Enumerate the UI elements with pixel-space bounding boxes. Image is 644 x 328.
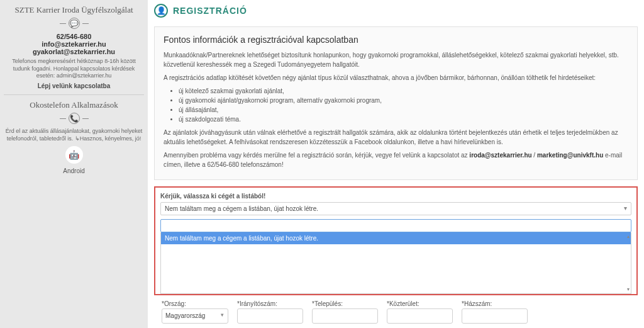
street-label: Közterület:: [387, 300, 453, 307]
dropdown-list[interactable]: Nem találtam meg a cégem a listában, úja…: [160, 232, 631, 294]
street-input[interactable]: [387, 308, 453, 324]
contact-link[interactable]: Lépj velünk kapcsolatba: [4, 82, 144, 89]
company-select-box: Kérjük, válassza ki cégét a listából! Ne…: [154, 186, 638, 295]
zip-label: Irányítószám:: [237, 300, 303, 307]
list-item: új gyakornoki ajánlat/gyakornoki program…: [179, 96, 628, 105]
list-item: új kötelező szakmai gyakorlati ajánlat,: [179, 86, 628, 96]
sidebar-desc-2: Érd el az aktuális állásajánlatokat, gya…: [4, 128, 144, 142]
country-label: Ország:: [162, 300, 228, 307]
decor-ring-2: 📞: [4, 113, 144, 124]
city-label: Település:: [312, 300, 378, 307]
select-label: Kérjük, válassza ki cégét a listából!: [160, 193, 631, 200]
info-p2: A regisztrációs adatlap kitöltését követ…: [164, 73, 628, 82]
phone-number: 62/546-680: [4, 33, 144, 40]
apps-title: Okostelefon Alkalmazások: [4, 100, 144, 110]
page-header: 👤 REGISZTRÁCIÓ: [154, 0, 638, 21]
divider: [4, 94, 144, 95]
zip-input[interactable]: [237, 308, 303, 324]
list-item: új szakdolgozati téma.: [179, 115, 628, 124]
info-panel: Fontos információk a regisztrációval kap…: [154, 26, 638, 180]
sidebar-title: SZTE Karrier Iroda Ügyfélszolgálat: [4, 5, 144, 15]
email-gyakorlat: gyakorlat@sztekarrier.hu: [4, 48, 144, 55]
email-link-2[interactable]: marketing@univkft.hu: [537, 152, 603, 159]
company-search-input[interactable]: [160, 219, 631, 232]
headquarters-row: Ország: Magyarország Irányítószám: Telep…: [154, 300, 638, 324]
android-label[interactable]: Android: [4, 167, 144, 174]
info-p4: Amennyiben probléma vagy kérdés merülne …: [164, 150, 628, 169]
page-title: REGISZTRÁCIÓ: [173, 6, 247, 16]
info-title: Fontos információk a regisztrációval kap…: [164, 33, 628, 47]
info-p3: Az ajánlatok jóváhagyásunk után válnak e…: [164, 128, 628, 147]
sidebar-desc-1: Telefonos megkeresésért hétköznap 8-16h …: [4, 58, 144, 80]
city-input[interactable]: [312, 308, 378, 324]
info-p1: Munkaadóknak/Partnereknek lehetőséget bi…: [164, 50, 628, 69]
country-select[interactable]: Magyarország: [162, 308, 228, 324]
sidebar: SZTE Karrier Iroda Ügyfélszolgálat 💬 62/…: [0, 0, 148, 328]
info-list: új kötelező szakmai gyakorlati ajánlat, …: [179, 86, 628, 124]
number-label: Házszám:: [462, 300, 528, 307]
phone-icon: 📞: [69, 113, 80, 124]
scroll-up-icon[interactable]: ▴: [627, 234, 630, 239]
number-input[interactable]: [462, 308, 528, 324]
list-item: új állásajánlat,: [179, 105, 628, 115]
speech-icon: 💬: [69, 18, 80, 29]
decor-ring: 💬: [4, 18, 144, 29]
scroll-down-icon[interactable]: ▾: [627, 286, 630, 292]
main-content: 👤 REGISZTRÁCIÓ Fontos információk a regi…: [148, 0, 644, 328]
email-info: info@sztekarrier.hu: [4, 40, 144, 48]
user-icon: 👤: [154, 4, 168, 18]
dropdown-option-selected[interactable]: Nem találtam meg a cégem a listában, úja…: [161, 232, 631, 244]
company-select[interactable]: Nem találtam meg a cégem a listában, úja…: [160, 202, 631, 215]
android-icon[interactable]: 🤖: [65, 146, 83, 164]
email-link-1[interactable]: iroda@sztekarrier.hu: [469, 152, 531, 159]
